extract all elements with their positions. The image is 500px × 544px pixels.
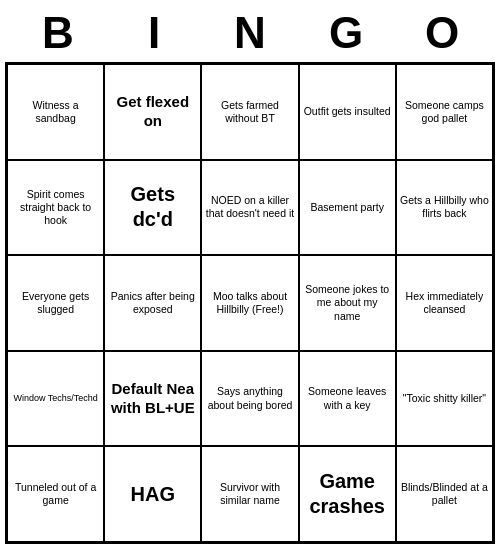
bingo-cell-12[interactable]: Moo talks about Hillbilly (Free!) <box>201 255 298 351</box>
bingo-cell-13[interactable]: Someone jokes to me about my name <box>299 255 396 351</box>
bingo-cell-2[interactable]: Gets farmed without BT <box>201 64 298 160</box>
bingo-cell-9[interactable]: Gets a Hillbilly who flirts back <box>396 160 493 256</box>
bingo-cell-6[interactable]: Gets dc'd <box>104 160 201 256</box>
bingo-letter: N <box>206 8 294 58</box>
bingo-cell-1[interactable]: Get flexed on <box>104 64 201 160</box>
bingo-letter: B <box>14 8 102 58</box>
bingo-cell-24[interactable]: Blinds/Blinded at a pallet <box>396 446 493 542</box>
bingo-cell-0[interactable]: Witness a sandbag <box>7 64 104 160</box>
bingo-letter: I <box>110 8 198 58</box>
bingo-cell-14[interactable]: Hex immediately cleansed <box>396 255 493 351</box>
bingo-cell-11[interactable]: Panics after being exposed <box>104 255 201 351</box>
bingo-letter: G <box>302 8 390 58</box>
bingo-cell-17[interactable]: Says anything about being bored <box>201 351 298 447</box>
bingo-cell-20[interactable]: Tunneled out of a game <box>7 446 104 542</box>
bingo-cell-21[interactable]: HAG <box>104 446 201 542</box>
bingo-cell-22[interactable]: Survivor with similar name <box>201 446 298 542</box>
bingo-grid: Witness a sandbagGet flexed onGets farme… <box>5 62 495 544</box>
bingo-cell-4[interactable]: Someone camps god pallet <box>396 64 493 160</box>
bingo-cell-5[interactable]: Spirit comes straight back to hook <box>7 160 104 256</box>
bingo-cell-10[interactable]: Everyone gets slugged <box>7 255 104 351</box>
bingo-header: BINGO <box>10 0 490 62</box>
bingo-cell-23[interactable]: Game crashes <box>299 446 396 542</box>
bingo-cell-16[interactable]: Default Nea with BL+UE <box>104 351 201 447</box>
bingo-cell-8[interactable]: Basement party <box>299 160 396 256</box>
bingo-cell-15[interactable]: Window Techs/Techd <box>7 351 104 447</box>
bingo-cell-18[interactable]: Someone leaves with a key <box>299 351 396 447</box>
bingo-cell-7[interactable]: NOED on a killer that doesn't need it <box>201 160 298 256</box>
bingo-cell-19[interactable]: "Toxic shitty killer" <box>396 351 493 447</box>
bingo-letter: O <box>398 8 486 58</box>
bingo-cell-3[interactable]: Outfit gets insulted <box>299 64 396 160</box>
